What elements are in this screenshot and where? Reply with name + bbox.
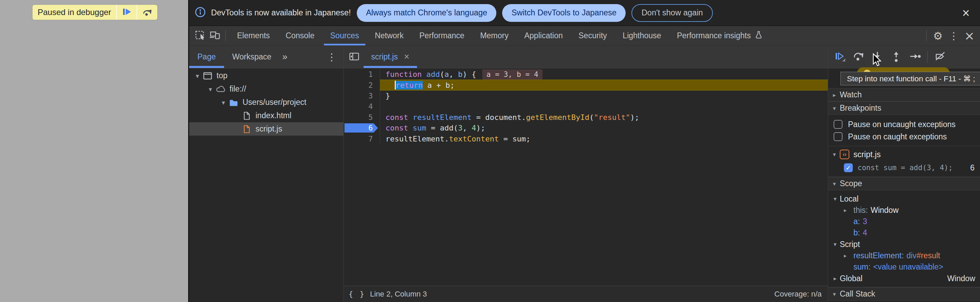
- pretty-print-icon[interactable]: { }: [348, 290, 365, 298]
- more-tabs-chevron-icon[interactable]: »: [280, 46, 290, 68]
- execution-line[interactable]: return a + b;: [380, 80, 828, 90]
- section-header-scope[interactable]: ▾Scope: [828, 177, 980, 190]
- infobar-action-button[interactable]: Don't show again: [632, 4, 713, 22]
- step-over-banner-button[interactable]: [137, 5, 158, 20]
- tab-sources[interactable]: Sources: [322, 26, 367, 46]
- tree-item-script-js[interactable]: script.js: [189, 122, 344, 136]
- scope-category-local[interactable]: ▾Local: [828, 193, 980, 205]
- step-over-button[interactable]: [849, 46, 868, 68]
- infobar-close-icon[interactable]: ×: [959, 6, 972, 19]
- code-line-body[interactable]: resultElement.textContent = sum;: [380, 133, 828, 144]
- code-token: (: [589, 113, 594, 122]
- checkbox-unchecked[interactable]: [834, 132, 843, 141]
- tree-item-index-html[interactable]: index.html: [189, 109, 344, 122]
- navigator-tab-page[interactable]: Page: [189, 46, 224, 68]
- sidebar-divider: [828, 146, 980, 146]
- line-number[interactable]: 1: [344, 69, 380, 80]
- toggle-device-toolbar-button[interactable]: [208, 28, 222, 44]
- hide-navigator-button[interactable]: [344, 46, 364, 68]
- inspect-element-button[interactable]: [193, 28, 208, 44]
- tab-network[interactable]: Network: [367, 26, 412, 46]
- tab-console[interactable]: Console: [278, 26, 322, 46]
- scope-category-script[interactable]: ▾Script: [828, 239, 980, 250]
- line-number[interactable]: 2: [344, 80, 380, 90]
- infobar-action-button[interactable]: Switch DevTools to Japanese: [502, 4, 626, 22]
- tab-label: Performance: [419, 31, 465, 40]
- section-header-label: Breakpoints: [840, 103, 881, 113]
- deactivate-breakpoints-button[interactable]: [931, 46, 950, 68]
- section-header-watch[interactable]: ▸Watch: [828, 88, 980, 101]
- tree-expand-arrow-icon[interactable]: ▾: [219, 99, 228, 106]
- scope-property-resultelement[interactable]: ▸resultElement:div#result: [828, 250, 980, 261]
- code-line-body[interactable]: const resultElement = document.getElemen…: [380, 112, 828, 123]
- step-into-tooltip: Step into next function call - F11 - ⌘ ;: [840, 72, 980, 85]
- line-number[interactable]: 7: [344, 133, 380, 144]
- tab-security[interactable]: Security: [571, 26, 615, 46]
- line-number[interactable]: 5: [344, 112, 380, 123]
- line-number[interactable]: 4: [344, 101, 380, 112]
- inspect-icon: [195, 29, 206, 43]
- property-name: b: [853, 228, 858, 237]
- checkbox-checked[interactable]: ✓: [844, 163, 853, 172]
- settings-gear-icon[interactable]: ⚙: [930, 30, 946, 42]
- checkbox-unchecked[interactable]: [834, 120, 843, 129]
- resume-script-button[interactable]: [116, 5, 137, 20]
- tree-item-users-user-project[interactable]: ▾Users/user/project: [189, 96, 344, 109]
- step-out-button[interactable]: [887, 46, 905, 68]
- tree-item-file-[interactable]: ▾file://: [189, 82, 344, 96]
- tree-expand-arrow-icon[interactable]: ▾: [193, 72, 202, 80]
- breakpoint-entry[interactable]: ✓const sum = add(3, 4);6: [828, 161, 980, 174]
- resume-button[interactable]: [830, 46, 849, 68]
- code-token: 4: [472, 124, 476, 132]
- editor-tab-script-js[interactable]: script.js ×: [364, 46, 417, 68]
- chevron-right-icon: ▸: [844, 207, 853, 213]
- chevron-right-icon: ▸: [844, 253, 853, 259]
- scope-property-this[interactable]: ▸this:Window: [828, 205, 980, 216]
- tree-expand-arrow-icon[interactable]: ▾: [206, 85, 215, 93]
- tab-elements[interactable]: Elements: [229, 26, 278, 46]
- scope-category-global[interactable]: ▸GlobalWindow: [828, 273, 980, 284]
- scope-property-sum[interactable]: sum:<value unavailable>: [828, 261, 980, 273]
- code-token: b: [458, 70, 463, 79]
- tab-label: Performance insights: [677, 31, 751, 40]
- cloud-icon: [215, 84, 226, 95]
- code-line-1: 1function add(a, b) {a = 3, b = 4: [344, 69, 828, 80]
- code-line-5: 5const resultElement = document.getEleme…: [344, 112, 828, 123]
- code-token: a + b;: [423, 81, 455, 90]
- more-options-kebab-icon[interactable]: ⋮: [946, 30, 961, 42]
- tab-lighthouse[interactable]: Lighthouse: [615, 26, 669, 46]
- breakpoint-line-number: 6: [970, 163, 980, 172]
- tree-item-top[interactable]: ▾top: [189, 69, 344, 82]
- breakpoint-marker[interactable]: 6: [344, 123, 380, 133]
- close-tab-icon[interactable]: ×: [404, 52, 409, 62]
- code-line-body[interactable]: [380, 101, 828, 112]
- tab-application[interactable]: Application: [517, 26, 571, 46]
- code-token: document.: [485, 113, 526, 122]
- tab-performance[interactable]: Performance: [412, 26, 473, 46]
- checkbox-label: Pause on uncaught exceptions: [848, 120, 956, 129]
- tab-performance-insights[interactable]: Performance insights: [669, 26, 771, 46]
- code-line-body[interactable]: const sum = add(3, 4);: [380, 123, 828, 133]
- tab-label: Network: [375, 31, 404, 40]
- inline-values-hint: a = 3, b = 4: [482, 70, 542, 80]
- code-area[interactable]: 1function add(a, b) {a = 3, b = 42 retur…: [344, 68, 828, 286]
- coverage-label: Coverage: n/a: [775, 290, 828, 299]
- code-token: resultElement: [412, 113, 471, 122]
- breakpoint-file-group[interactable]: ▾‹›script.js: [828, 148, 980, 161]
- code-line-body[interactable]: }: [380, 90, 828, 101]
- step-icon: [909, 50, 921, 64]
- code-line-body[interactable]: function add(a, b) {a = 3, b = 4: [380, 69, 828, 80]
- navigator-tab-workspace[interactable]: Workspace: [224, 46, 280, 68]
- close-devtools-icon[interactable]: ×: [961, 29, 977, 43]
- step-button[interactable]: [905, 46, 924, 68]
- navigator-menu-kebab-icon[interactable]: ⋮: [320, 46, 344, 68]
- section-header-breakpoints[interactable]: ▾Breakpoints: [828, 101, 980, 115]
- tab-memory[interactable]: Memory: [473, 26, 517, 46]
- devtools-infobar: DevTools is now available in Japanese! A…: [189, 0, 980, 26]
- scope-property-b[interactable]: b:4: [828, 227, 980, 239]
- section-header-call-stack[interactable]: ▾Call Stack: [828, 287, 980, 300]
- infobar-action-button[interactable]: Always match Chrome's language: [357, 4, 497, 22]
- scope-property-a[interactable]: a:3: [828, 216, 980, 227]
- line-number[interactable]: 3: [344, 90, 380, 101]
- section-header-label: Call Stack: [840, 289, 875, 299]
